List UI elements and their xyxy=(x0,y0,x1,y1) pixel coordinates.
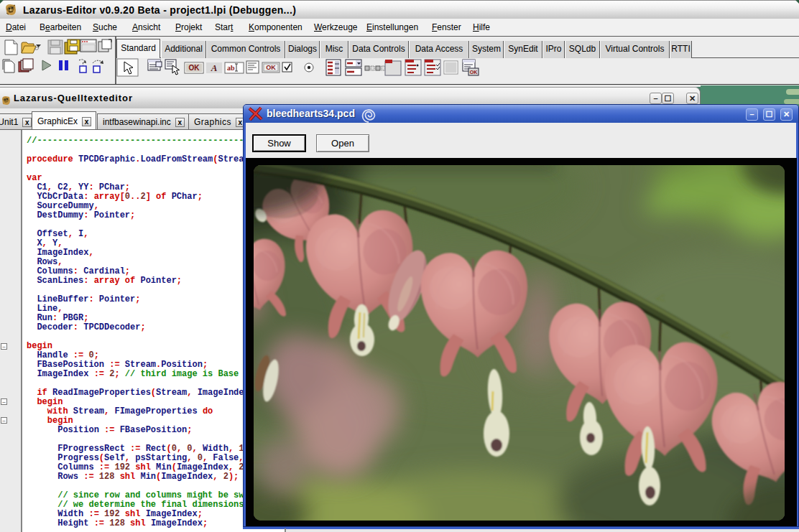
svg-text:OK: OK xyxy=(266,64,276,71)
svg-text:A: A xyxy=(211,62,218,73)
svg-text:OK: OK xyxy=(470,70,478,75)
svg-text:OK: OK xyxy=(189,64,200,72)
svg-text:ab: ab xyxy=(227,64,235,72)
